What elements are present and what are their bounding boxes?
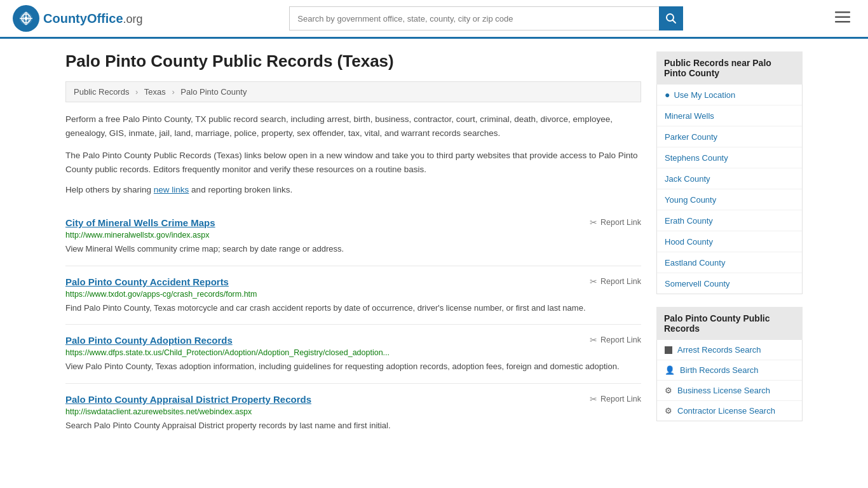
nearby-link-3[interactable]: Jack County <box>665 174 710 184</box>
report-link-2[interactable]: ✂ Report Link <box>590 335 641 345</box>
new-links-link[interactable]: new links <box>154 185 189 194</box>
sidebar-record-link-1[interactable]: Birth Records Search <box>680 365 759 375</box>
sidebar-item-nearby-4[interactable]: Young County <box>657 189 802 210</box>
logo-icon <box>13 5 39 32</box>
nearby-link-6[interactable]: Hood County <box>665 237 713 247</box>
sidebar-record-link-2[interactable]: Business License Search <box>677 386 770 395</box>
sidebar-record-item-1[interactable]: 👤Birth Records Search <box>657 360 802 381</box>
sidebar-item-use-location[interactable]: ● Use My Location <box>657 85 802 105</box>
breadcrumb-texas[interactable]: Texas <box>144 87 166 97</box>
record-desc-0: View Mineral Wells community crime map; … <box>65 243 641 255</box>
report-icon-3: ✂ <box>590 394 597 404</box>
breadcrumb-palo-pinto[interactable]: Palo Pinto County <box>180 87 247 97</box>
square-icon-0 <box>665 346 672 354</box>
nearby-link-2[interactable]: Stephens County <box>665 153 728 163</box>
record-title-0[interactable]: City of Mineral Wells Crime Maps <box>65 217 215 228</box>
report-link-0[interactable]: ✂ Report Link <box>590 217 641 227</box>
page-title: Palo Pinto County Public Records (Texas) <box>65 51 641 71</box>
record-url-3[interactable]: http://iswdataclient.azurewebsites.net/w… <box>65 407 641 416</box>
record-url-2[interactable]: https://www.dfps.state.tx.us/Child_Prote… <box>65 348 641 357</box>
sidebar-item-nearby-3[interactable]: Jack County <box>657 168 802 189</box>
record-title-1[interactable]: Palo Pinto County Accident Reports <box>65 276 229 287</box>
svg-rect-10 <box>835 17 850 18</box>
hamburger-icon <box>835 11 850 23</box>
svg-rect-11 <box>835 21 850 23</box>
record-desc-1: Find Palo Pinto County, Texas motorcycle… <box>65 302 641 315</box>
record-url-0[interactable]: http://www.mineralwellstx.gov/index.aspx <box>65 231 641 240</box>
sidebar-nearby-section: Public Records near Palo Pinto County ● … <box>656 51 803 294</box>
nearby-link-8[interactable]: Somervell County <box>665 279 730 288</box>
breadcrumb-sep-1: › <box>135 87 138 97</box>
records-list: City of Mineral Wells Crime Maps ✂ Repor… <box>65 207 641 442</box>
logo-text: CountyOffice.org <box>43 11 143 26</box>
sidebar-record-link-0[interactable]: Arrest Records Search <box>677 345 761 355</box>
report-link-1[interactable]: ✂ Report Link <box>590 276 641 287</box>
sidebar-record-link-3[interactable]: Contractor License Search <box>677 406 775 416</box>
record-item: City of Mineral Wells Crime Maps ✂ Repor… <box>65 207 641 266</box>
sidebar-record-item-2[interactable]: ⚙Business License Search <box>657 381 802 401</box>
report-icon-2: ✂ <box>590 335 597 345</box>
search-icon <box>665 13 677 24</box>
sidebar-item-nearby-8[interactable]: Somervell County <box>657 273 802 294</box>
report-icon-0: ✂ <box>590 217 597 227</box>
sidebar-record-item-3[interactable]: ⚙Contractor License Search <box>657 401 802 421</box>
sidebar-item-nearby-7[interactable]: Eastland County <box>657 252 802 273</box>
main-container: Palo Pinto County Public Records (Texas)… <box>53 39 815 454</box>
record-title-3[interactable]: Palo Pinto County Appraisal District Pro… <box>65 394 311 405</box>
sidebar-nearby-title: Public Records near Palo Pinto County <box>656 51 803 85</box>
help-prefix: Help others by sharing <box>65 185 154 194</box>
svg-line-8 <box>673 20 676 24</box>
intro-paragraph-2: The Palo Pinto County Public Records (Te… <box>65 149 641 176</box>
nearby-link-0[interactable]: Mineral Wells <box>665 111 714 121</box>
search-button[interactable] <box>659 6 683 30</box>
sidebar-item-nearby-5[interactable]: Erath County <box>657 210 802 231</box>
breadcrumb: Public Records › Texas › Palo Pinto Coun… <box>65 81 641 102</box>
report-icon-1: ✂ <box>590 276 597 287</box>
gear-icon-3: ⚙ <box>665 406 672 416</box>
location-icon: ● <box>665 90 670 100</box>
person-icon-1: 👤 <box>665 365 675 375</box>
record-url-1[interactable]: https://www.txdot.gov/apps-cg/crash_reco… <box>65 290 641 299</box>
sidebar: Public Records near Palo Pinto County ● … <box>656 51 803 442</box>
svg-point-6 <box>25 17 28 20</box>
sidebar-item-nearby-0[interactable]: Mineral Wells <box>657 105 802 126</box>
intro-paragraph-1: Perform a free Palo Pinto County, TX pub… <box>65 112 641 140</box>
record-item: Palo Pinto County Adoption Records ✂ Rep… <box>65 325 641 384</box>
site-header: CountyOffice.org <box>0 0 868 39</box>
report-link-3[interactable]: ✂ Report Link <box>590 394 641 404</box>
help-suffix: and reporting broken links. <box>189 185 292 194</box>
nearby-link-1[interactable]: Parker County <box>665 132 717 142</box>
nearby-link-7[interactable]: Eastland County <box>665 258 725 268</box>
use-location-link[interactable]: Use My Location <box>674 90 735 100</box>
breadcrumb-sep-2: › <box>172 87 174 97</box>
sidebar-item-nearby-2[interactable]: Stephens County <box>657 147 802 168</box>
nearby-link-4[interactable]: Young County <box>665 195 716 205</box>
help-text: Help others by sharing new links and rep… <box>65 185 641 194</box>
record-title-2[interactable]: Palo Pinto County Adoption Records <box>65 335 233 346</box>
search-input[interactable] <box>289 6 659 30</box>
breadcrumb-public-records[interactable]: Public Records <box>74 87 129 97</box>
content-area: Palo Pinto County Public Records (Texas)… <box>65 51 641 442</box>
record-item: Palo Pinto County Appraisal District Pro… <box>65 384 641 442</box>
record-desc-2: View Palo Pinto County, Texas adoption i… <box>65 360 641 373</box>
sidebar-records-section: Palo Pinto County Public Records Arrest … <box>656 307 803 421</box>
menu-button[interactable] <box>830 8 855 29</box>
record-desc-3: Search Palo Pinto County Appraisal Distr… <box>65 419 641 432</box>
sidebar-records-title: Palo Pinto County Public Records <box>656 307 803 340</box>
search-area <box>289 6 683 30</box>
logo-area[interactable]: CountyOffice.org <box>13 5 143 32</box>
gear-icon-2: ⚙ <box>665 386 672 395</box>
nearby-link-5[interactable]: Erath County <box>665 216 713 226</box>
sidebar-item-nearby-1[interactable]: Parker County <box>657 126 802 147</box>
record-item: Palo Pinto County Accident Reports ✂ Rep… <box>65 266 641 325</box>
sidebar-record-item-0[interactable]: Arrest Records Search <box>657 340 802 360</box>
svg-rect-9 <box>835 11 850 13</box>
sidebar-item-nearby-6[interactable]: Hood County <box>657 231 802 252</box>
sidebar-records-list: Arrest Records Search👤Birth Records Sear… <box>656 340 803 421</box>
nearby-list: ● Use My Location Mineral WellsParker Co… <box>656 85 803 294</box>
